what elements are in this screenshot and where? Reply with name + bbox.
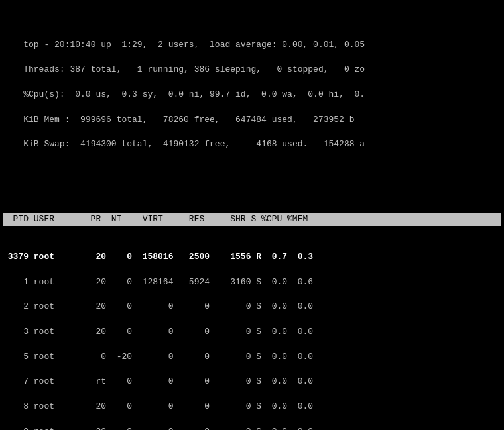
header-line-5: KiB Swap: 4194300 total, 4190132 free, 4… xyxy=(23,139,365,149)
process-row: 8 root 20 0 0 0 0 S 0.0 0.0 xyxy=(3,401,501,413)
process-row: 3379 root 20 0 158016 2500 1556 R 0.7 0.… xyxy=(3,251,501,264)
process-row: 1 root 20 0 128164 5924 3160 S 0.0 0.6 xyxy=(3,276,501,289)
process-row: 3 root 20 0 0 0 0 S 0.0 0.0 xyxy=(3,326,501,339)
header-line-1: top - 20:10:40 up 1:29, 2 users, load av… xyxy=(23,40,365,50)
process-row: 2 root 20 0 0 0 0 S 0.0 0.0 xyxy=(3,301,501,313)
header-line-3: %Cpu(s): 0.0 us, 0.3 sy, 0.0 ni, 99.7 id… xyxy=(23,89,365,99)
process-row: 5 root 0 -20 0 0 0 S 0.0 0.0 xyxy=(3,351,501,364)
process-row: 9 root 20 0 0 0 0 S 0.0 0.0 xyxy=(3,426,501,430)
table-header: PID USER PR NI VIRT RES SHR S %CPU %MEM xyxy=(3,213,501,226)
header-line-2: Threads: 387 total, 1 running, 386 sleep… xyxy=(23,64,365,74)
process-row: 7 root rt 0 0 0 0 S 0.0 0.0 xyxy=(3,376,501,388)
header-line-4: KiB Mem : 999696 total, 78260 free, 6474… xyxy=(23,115,354,125)
header-section: top - 20:10:40 up 1:29, 2 users, load av… xyxy=(3,27,501,164)
terminal: top - 20:10:40 up 1:29, 2 users, load av… xyxy=(0,0,504,430)
process-list: 3379 root 20 0 158016 2500 1556 R 0.7 0.… xyxy=(3,251,501,430)
